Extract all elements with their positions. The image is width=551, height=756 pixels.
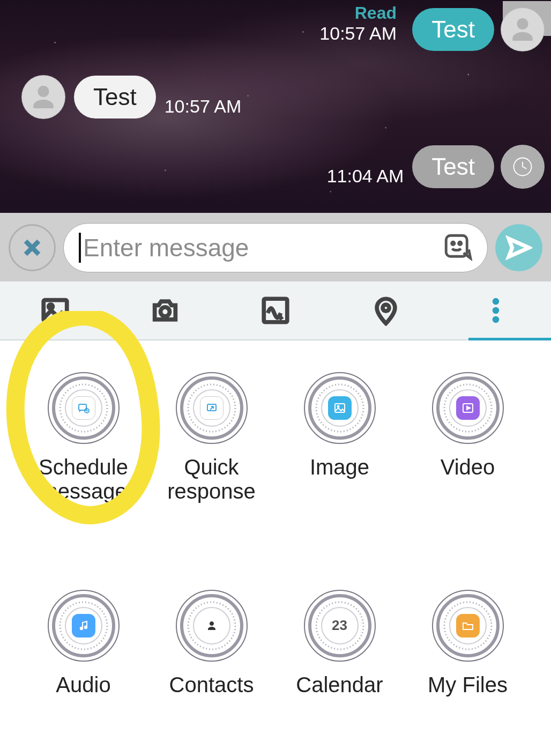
compose-bar: Enter message xyxy=(0,213,551,281)
quick-response-icon xyxy=(200,396,224,420)
close-attachment-button[interactable] xyxy=(9,224,56,271)
message-out2[interactable]: 11:04 AM Test xyxy=(327,145,545,189)
avatar-contact-icon[interactable] xyxy=(21,75,65,119)
svg-rect-27 xyxy=(335,404,345,412)
svg-rect-4 xyxy=(43,300,67,321)
calendar-icon: 23 xyxy=(328,614,352,638)
tab-location[interactable] xyxy=(331,281,441,339)
clock-icon[interactable] xyxy=(501,145,545,189)
message-out1-time: 10:57 AM xyxy=(319,23,397,44)
attach-image[interactable]: Image xyxy=(276,370,404,562)
attachment-grid: Schedule message Quick response xyxy=(0,340,551,756)
schedule-message-icon xyxy=(72,396,95,420)
contacts-icon xyxy=(200,614,224,638)
sticker-icon[interactable] xyxy=(444,234,472,262)
message-out2-bubble[interactable]: Test xyxy=(412,145,494,188)
message-in1-bubble[interactable]: Test xyxy=(74,76,156,118)
svg-point-8 xyxy=(383,305,389,311)
message-in1-time: 10:57 AM xyxy=(165,96,242,119)
tab-more[interactable] xyxy=(441,281,551,339)
attach-my-files[interactable]: My Files xyxy=(404,588,532,756)
attachment-tabs xyxy=(0,281,551,340)
message-out1-bubble[interactable]: Test xyxy=(412,8,494,51)
svg-point-3 xyxy=(459,242,461,244)
tab-handwriting[interactable] xyxy=(220,281,331,339)
svg-point-5 xyxy=(48,305,53,309)
message-in1[interactable]: Test 10:57 AM xyxy=(21,75,241,119)
attach-label: My Files xyxy=(428,673,508,697)
my-files-icon xyxy=(456,614,480,638)
message-input-placeholder: Enter message xyxy=(83,233,444,262)
attach-label: Calendar xyxy=(296,673,383,697)
attach-label: Schedule message xyxy=(19,455,147,503)
audio-icon xyxy=(72,614,95,638)
send-button[interactable] xyxy=(495,224,542,271)
svg-point-28 xyxy=(337,406,339,407)
tab-camera[interactable] xyxy=(110,281,221,339)
attach-quick-response[interactable]: Quick response xyxy=(147,370,276,562)
svg-point-38 xyxy=(80,627,82,629)
chat-area: Read 10:57 AM Test Test 10:57 AM 11:04 A… xyxy=(0,0,551,213)
attach-label: Video xyxy=(441,455,495,479)
message-out1-meta: Read 10:57 AM xyxy=(319,3,397,44)
svg-point-11 xyxy=(493,316,500,323)
attach-video[interactable]: Video xyxy=(404,370,532,562)
attach-audio[interactable]: Audio xyxy=(19,588,147,756)
attach-calendar[interactable]: 23 Calendar xyxy=(276,588,404,756)
attach-label: Contacts xyxy=(169,673,254,697)
message-input[interactable]: Enter message xyxy=(63,223,488,272)
text-cursor xyxy=(79,233,81,263)
tab-active-underline xyxy=(468,338,551,340)
svg-point-10 xyxy=(493,307,500,314)
attach-schedule-message[interactable]: Schedule message xyxy=(19,370,147,562)
attach-contacts[interactable]: Contacts xyxy=(147,588,276,756)
read-status: Read xyxy=(319,3,397,23)
svg-point-6 xyxy=(161,307,170,316)
attach-label: Quick response xyxy=(147,455,276,503)
svg-point-39 xyxy=(84,626,86,628)
svg-point-2 xyxy=(452,242,455,244)
attach-label: Audio xyxy=(56,673,110,697)
video-icon xyxy=(456,396,480,420)
avatar-self-icon[interactable] xyxy=(501,8,545,51)
message-out2-time: 11:04 AM xyxy=(327,166,404,189)
message-out1[interactable]: Test xyxy=(412,8,545,51)
svg-point-9 xyxy=(493,298,500,305)
image-icon xyxy=(328,396,352,420)
tab-gallery[interactable] xyxy=(0,281,110,339)
attach-label: Image xyxy=(310,455,369,479)
